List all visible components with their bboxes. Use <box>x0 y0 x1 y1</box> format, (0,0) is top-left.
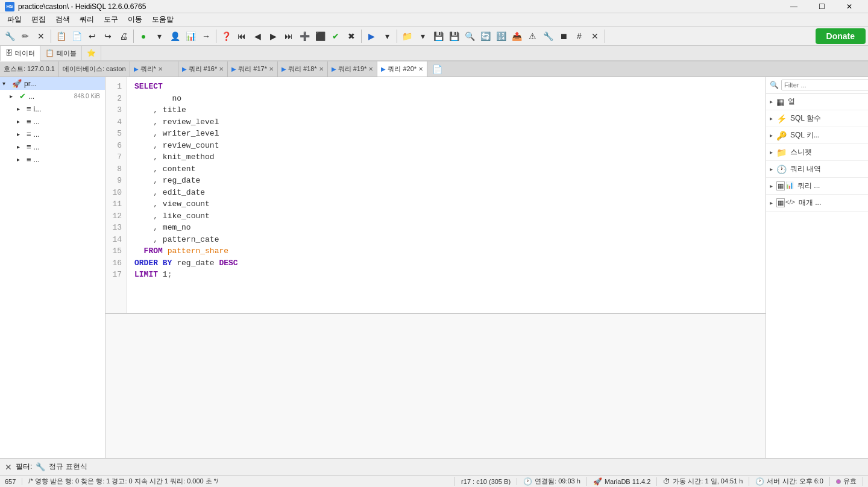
menu-item-도구[interactable]: 도구 <box>99 13 123 26</box>
title-text: practice\caston\ - HeidiSQL 12.6.0.6765 <box>18 2 780 11</box>
add-button[interactable]: ➕ <box>297 29 312 43</box>
menu-item-쿼리[interactable]: 쿼리 <box>75 13 99 26</box>
sep6 <box>605 30 605 43</box>
folder-arrow[interactable]: ▾ <box>415 29 430 43</box>
paste-button[interactable]: 📄 <box>69 29 84 43</box>
qtab-16[interactable]: ▶ 쿼리 #16* ✕ <box>178 61 228 77</box>
warning-button[interactable]: ⚠ <box>525 29 539 43</box>
db-text: MariaDB 11.4.2 <box>605 478 650 485</box>
table-button[interactable]: 📊 <box>183 29 198 43</box>
menu-item-검색[interactable]: 검색 <box>51 13 75 26</box>
tree-icon-db: ✔ <box>19 92 26 101</box>
menu-item-편집[interactable]: 편집 <box>27 13 51 26</box>
new-button[interactable]: 🔧 <box>2 29 17 43</box>
filter-input[interactable] <box>781 80 868 90</box>
new-query-tab[interactable]: 📄 <box>427 61 447 77</box>
check-button[interactable]: ✔ <box>329 29 343 43</box>
cancel-button[interactable]: ✖ <box>344 29 359 43</box>
save2-button[interactable]: 💾 <box>447 29 461 43</box>
rp-sqlfunc[interactable]: ▸ ⚡ SQL 함수 <box>766 110 868 127</box>
uptime-icon: ⏱ <box>663 477 670 486</box>
qtab-q[interactable]: ▶ 쿼리* ✕ <box>130 61 178 77</box>
status-db: 🚀 MariaDB 11.4.2 <box>587 477 657 486</box>
sql-code[interactable]: SELECT no , title , review_level , write… <box>127 77 766 313</box>
tab-table[interactable]: 📋 테이블 <box>40 46 82 60</box>
rp-columns[interactable]: ▸ ▦ 열 <box>766 93 868 110</box>
maximize-button[interactable]: ☐ <box>808 0 835 13</box>
qtab-18-label: 쿼리 #18* <box>288 64 317 74</box>
edit-button[interactable]: ✏ <box>18 29 33 43</box>
minimize-button[interactable]: — <box>780 0 808 13</box>
close-button[interactable]: ✕ <box>835 0 863 13</box>
tree-item-t3[interactable]: ▸ ≡ ... <box>0 128 105 140</box>
tree-item-i[interactable]: ▸ ≡ i... <box>0 102 105 115</box>
qtab-20-close[interactable]: ✕ <box>418 66 423 72</box>
arrow-button[interactable]: → <box>199 29 213 43</box>
valid-text: 유효 <box>843 477 857 486</box>
qtab-16-close[interactable]: ✕ <box>219 66 224 72</box>
qtab-17-close[interactable]: ✕ <box>269 66 274 72</box>
nav-last[interactable]: ⏭ <box>281 29 296 43</box>
qtab-19[interactable]: ▶ 쿼리 #19* ✕ <box>328 61 378 77</box>
nav-next[interactable]: ▶ <box>266 29 280 43</box>
run-arrow[interactable]: ▾ <box>380 29 394 43</box>
tree-item-pr[interactable]: ▾ 🚀 pr... <box>0 77 105 90</box>
search-button[interactable]: 🔍 <box>462 29 477 43</box>
qtab-20[interactable]: ▶ 쿼리 #20* ✕ <box>377 61 427 77</box>
qtab-19-close[interactable]: ✕ <box>368 66 373 72</box>
tree-item-db[interactable]: ▸ ✔ ... 848.0 KiB <box>0 90 105 102</box>
titlebar: HS practice\caston\ - HeidiSQL 12.6.0.67… <box>0 0 868 13</box>
donate-button[interactable]: Donate <box>816 28 866 44</box>
tab-data[interactable]: 🗄 데이터 <box>0 46 40 61</box>
qtab-18[interactable]: ▶ 쿼리 #18* ✕ <box>278 61 328 77</box>
qtab-host[interactable]: 호스트: 127.0.0.1 <box>0 61 59 77</box>
nav-prev[interactable]: ◀ <box>250 29 265 43</box>
stop-button[interactable]: ⬛ <box>313 29 327 43</box>
hash-button[interactable]: # <box>572 29 587 43</box>
tree-badge-db: 848.0 KiB <box>74 93 102 99</box>
qtab-17[interactable]: ▶ 쿼리 #17* ✕ <box>228 61 278 77</box>
folder-button[interactable]: 📁 <box>400 29 414 43</box>
stop2-button[interactable]: ⏹ <box>556 29 571 43</box>
data-icon: 🗄 <box>5 49 13 57</box>
rp-history[interactable]: ▸ 🕐 쿼리 내역 <box>766 161 868 178</box>
run-button[interactable]: ▶ <box>364 29 379 43</box>
rp-param[interactable]: ▸ ▦ </> 매개 ... <box>766 195 868 212</box>
rp-snippet[interactable]: ▸ 📁 스니펫 <box>766 144 868 161</box>
qtab-q-close[interactable]: ✕ <box>158 66 163 72</box>
qtab-db[interactable]: 데이터베이스: caston <box>59 61 130 77</box>
tree-label-i: i... <box>34 105 42 113</box>
format-button[interactable]: 🔢 <box>494 29 508 43</box>
nav-first[interactable]: ⏮ <box>234 29 249 43</box>
server-icon: 🕐 <box>755 477 764 486</box>
rp-sqlkey[interactable]: ▸ 🔑 SQL 키... <box>766 127 868 144</box>
user-button[interactable]: 👤 <box>168 29 182 43</box>
menu-item-도움말[interactable]: 도움말 <box>147 13 178 26</box>
sql-editor[interactable]: 1 2 3 4 5 6 7 8 9 10 11 12 13 14 15 16 1… <box>105 77 766 313</box>
connect-arrow[interactable]: ▾ <box>152 29 166 43</box>
redo-button[interactable]: ↪ <box>101 29 115 43</box>
tab-star[interactable]: ⭐ <box>82 46 101 60</box>
menu-item-이동[interactable]: 이동 <box>123 13 147 26</box>
print-button[interactable]: 🖨 <box>116 29 131 43</box>
undo-button[interactable]: ↩ <box>85 29 99 43</box>
tree-item-t2[interactable]: ▸ ≡ ... <box>0 115 105 128</box>
status-comment-text: /* 영향 받은 행: 0 찾은 행: 1 경고: 0 지속 시간 1 쿼리: … <box>28 477 218 486</box>
tools-button[interactable]: 🔧 <box>541 29 555 43</box>
save-button[interactable]: 💾 <box>431 29 445 43</box>
tree-arrow-t2: ▸ <box>17 118 24 125</box>
tree-item-t5[interactable]: ▸ ≡ ... <box>0 153 105 166</box>
copy-button[interactable]: 📋 <box>54 29 68 43</box>
tree-icon-t4: ≡ <box>27 142 31 151</box>
refresh-button[interactable]: 🔄 <box>478 29 492 43</box>
rp-query[interactable]: ▸ ▦ 📊 쿼리 ... <box>766 178 868 195</box>
connect-button[interactable]: ● <box>136 29 151 43</box>
qtab-18-close[interactable]: ✕ <box>319 66 324 72</box>
tree-item-t4[interactable]: ▸ ≡ ... <box>0 140 105 153</box>
filter-close-button[interactable]: ✕ <box>5 462 12 472</box>
help-button[interactable]: ❓ <box>219 29 233 43</box>
close2-button[interactable]: ✕ <box>588 29 602 43</box>
cross-button[interactable]: ✕ <box>34 29 48 43</box>
menu-item-파일[interactable]: 파일 <box>2 13 27 26</box>
export-button[interactable]: 📤 <box>509 29 524 43</box>
